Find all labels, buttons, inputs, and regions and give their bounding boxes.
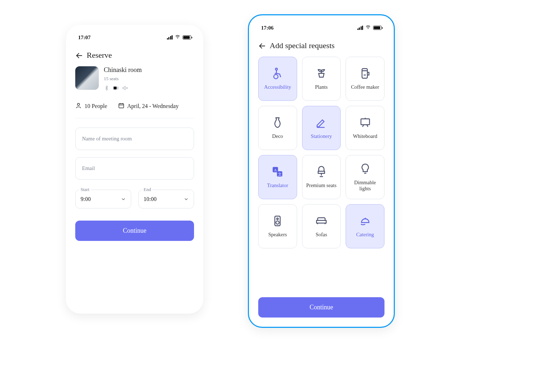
request-sofas[interactable]: Sofas bbox=[302, 204, 341, 248]
svg-rect-8 bbox=[361, 119, 370, 125]
svg-point-6 bbox=[274, 74, 278, 79]
room-name: Chinaski room bbox=[104, 66, 142, 74]
battery-icon bbox=[183, 35, 191, 40]
meeting-name-input[interactable]: Name of meeting room bbox=[75, 128, 194, 150]
translate-icon: A文 bbox=[271, 165, 284, 178]
card-label: Stationery bbox=[311, 133, 332, 139]
card-label: Translator bbox=[267, 182, 288, 189]
card-label: Deco bbox=[272, 133, 283, 139]
coffee-maker-icon bbox=[359, 67, 372, 80]
svg-point-5 bbox=[276, 68, 277, 70]
lightbulb-icon bbox=[359, 163, 372, 175]
card-label: Sofas bbox=[316, 232, 327, 238]
request-accessibility[interactable]: Accessibility bbox=[258, 57, 297, 101]
wifi-icon bbox=[365, 25, 371, 31]
whiteboard-icon bbox=[359, 116, 372, 129]
card-label: Catering bbox=[356, 232, 374, 238]
svg-point-2 bbox=[77, 103, 80, 105]
status-time: 17:07 bbox=[78, 35, 91, 41]
end-time-value: 10:00 bbox=[144, 196, 157, 202]
start-time-select[interactable]: 9:00 bbox=[76, 192, 131, 208]
plant-icon bbox=[315, 67, 328, 80]
request-plants[interactable]: Plants bbox=[302, 57, 341, 101]
date-value: April, 24 - Wednesday bbox=[127, 103, 179, 109]
chevron-down-icon bbox=[184, 197, 189, 202]
svg-point-15 bbox=[276, 221, 279, 224]
card-label: Speakers bbox=[268, 232, 287, 238]
status-time: 17:06 bbox=[261, 25, 274, 31]
request-stationery[interactable]: Stationery bbox=[302, 106, 341, 150]
request-coffee-maker[interactable]: Coffee maker bbox=[346, 57, 384, 101]
page-title: Reserve bbox=[87, 51, 112, 60]
status-bar: 17:07 bbox=[75, 33, 194, 46]
back-arrow-icon[interactable] bbox=[75, 52, 83, 59]
people-count: 10 People bbox=[85, 103, 107, 109]
status-bar: 17:06 bbox=[258, 23, 384, 36]
svg-rect-7 bbox=[362, 69, 367, 78]
end-label: End bbox=[142, 187, 153, 192]
card-label: Dimmable lights bbox=[348, 180, 382, 192]
email-input[interactable]: Email bbox=[75, 157, 194, 180]
start-label: Start bbox=[79, 187, 91, 192]
request-premium-seats[interactable]: Premium seats bbox=[302, 155, 341, 199]
svg-rect-3 bbox=[119, 104, 124, 108]
person-icon bbox=[75, 102, 82, 110]
svg-point-14 bbox=[277, 218, 279, 220]
request-catering[interactable]: Catering bbox=[346, 204, 384, 248]
pencil-icon bbox=[315, 116, 328, 129]
card-label: Plants bbox=[315, 84, 327, 90]
wifi-icon bbox=[175, 34, 180, 41]
chair-icon bbox=[315, 165, 328, 178]
phone-reserve-screen: 17:07 Reserve Chinaski room 15 seats bbox=[66, 25, 203, 314]
svg-point-4 bbox=[368, 29, 368, 29]
request-translator[interactable]: A文 Translator bbox=[258, 155, 297, 199]
video-icon bbox=[113, 85, 119, 92]
sofa-icon bbox=[315, 215, 328, 227]
card-label: Premium seats bbox=[306, 182, 337, 189]
svg-rect-1 bbox=[113, 87, 117, 89]
bluetooth-icon bbox=[104, 85, 109, 92]
room-thumbnail bbox=[75, 66, 99, 90]
chevron-down-icon bbox=[121, 197, 126, 202]
room-seats: 15 seats bbox=[104, 76, 142, 82]
signal-icon bbox=[357, 26, 363, 30]
card-label: Whiteboard bbox=[353, 133, 377, 139]
continue-button[interactable]: Continue bbox=[75, 221, 194, 241]
calendar-icon bbox=[118, 102, 124, 110]
signal-icon bbox=[167, 35, 173, 40]
card-label: Accessibility bbox=[264, 84, 291, 90]
vase-icon bbox=[271, 116, 284, 129]
request-dimmable-lights[interactable]: Dimmable lights bbox=[346, 155, 384, 199]
battery-icon bbox=[373, 26, 382, 30]
wheelchair-icon bbox=[271, 67, 284, 80]
request-speakers[interactable]: Speakers bbox=[258, 204, 297, 248]
page-title: Add special requests bbox=[270, 41, 335, 50]
phone-requests-screen: 17:06 Add special requests Accessibility… bbox=[248, 14, 395, 328]
request-whiteboard[interactable]: Whiteboard bbox=[346, 106, 384, 150]
mute-icon bbox=[122, 85, 128, 92]
card-label: Coffee maker bbox=[351, 84, 379, 90]
speaker-icon bbox=[271, 215, 284, 227]
svg-point-0 bbox=[177, 38, 178, 39]
back-arrow-icon[interactable] bbox=[258, 42, 266, 49]
svg-text:文: 文 bbox=[278, 172, 282, 176]
start-time-value: 9:00 bbox=[81, 196, 91, 202]
request-deco[interactable]: Deco bbox=[258, 106, 297, 150]
catering-icon bbox=[359, 215, 372, 227]
end-time-select[interactable]: 10:00 bbox=[139, 192, 194, 208]
svg-text:A: A bbox=[274, 168, 277, 172]
continue-button[interactable]: Continue bbox=[258, 297, 384, 318]
